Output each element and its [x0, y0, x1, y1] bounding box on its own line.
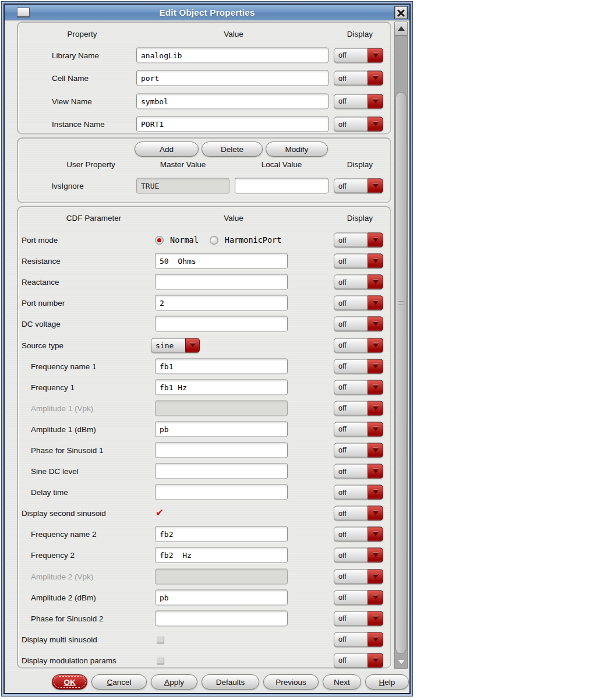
cdf-row-port-number: Port number off [18, 292, 390, 313]
display-dropdown[interactable]: off [334, 338, 383, 352]
cancel-button[interactable]: Cancel [91, 674, 147, 690]
display-dropdown[interactable]: off [334, 71, 383, 86]
display-dropdown[interactable]: off [334, 48, 383, 62]
display-dropdown[interactable]: off [334, 464, 383, 479]
dropdown-arrow-button[interactable] [368, 401, 383, 415]
display-dropdown[interactable]: off [334, 380, 383, 394]
display-dropdown[interactable]: off [334, 548, 383, 563]
modify-button[interactable]: Modify [266, 142, 328, 157]
dropdown-arrow-button[interactable] [368, 338, 383, 352]
phase-sinusoid-1-input[interactable] [155, 442, 288, 458]
source-type-dropdown[interactable]: sine [151, 338, 200, 352]
instance-name-input[interactable] [136, 116, 328, 132]
dropdown-arrow-button[interactable] [368, 653, 383, 667]
dropdown-arrow-button[interactable] [368, 94, 383, 108]
display-dropdown[interactable]: off [334, 179, 383, 193]
dropdown-arrow-button[interactable] [368, 296, 383, 310]
master-value-input[interactable] [136, 178, 229, 194]
frequency-name-2-input[interactable] [155, 526, 288, 542]
dropdown-arrow-button[interactable] [368, 464, 383, 479]
chevron-down-icon [373, 238, 379, 242]
display-dropdown[interactable]: off [334, 401, 383, 415]
scroll-up-icon [398, 26, 405, 31]
dropdown-arrow-button[interactable] [368, 233, 383, 248]
sine-dc-level-input[interactable] [155, 464, 288, 479]
amplitude-2-dbm-input[interactable] [155, 589, 288, 605]
display-dropdown[interactable]: off [334, 590, 383, 604]
radio-harmonicport[interactable] [210, 236, 218, 245]
dropdown-arrow-button[interactable] [368, 71, 383, 86]
dropdown-arrow-button[interactable] [368, 254, 383, 268]
local-value-input[interactable] [235, 178, 328, 194]
display-dropdown[interactable]: off [334, 632, 383, 646]
dropdown-arrow-button[interactable] [368, 485, 383, 500]
display-dropdown[interactable]: off [334, 485, 383, 500]
window-menu-button[interactable] [17, 8, 30, 17]
previous-button[interactable]: Previous [263, 674, 319, 690]
next-button[interactable]: Next [323, 674, 361, 690]
close-button[interactable] [394, 6, 408, 19]
dropdown-arrow-button[interactable] [368, 590, 383, 604]
dropdown-arrow-button[interactable] [368, 548, 383, 563]
display-dropdown[interactable]: off [334, 117, 383, 132]
chevron-down-icon [373, 553, 379, 557]
dropdown-arrow-button[interactable] [368, 48, 383, 62]
scroll-down-button[interactable] [395, 655, 407, 669]
display-dropdown[interactable]: off [334, 275, 383, 289]
dropdown-arrow-button[interactable] [368, 506, 383, 521]
display-dropdown[interactable]: off [334, 317, 383, 331]
reactance-input[interactable] [155, 274, 288, 290]
radio-normal[interactable] [155, 236, 164, 245]
dropdown-arrow-button[interactable] [368, 380, 383, 394]
apply-button[interactable]: Apply [151, 674, 197, 690]
display-dropdown[interactable]: off [334, 443, 383, 457]
frequency-1-input[interactable] [155, 379, 288, 395]
dropdown-arrow-button[interactable] [368, 443, 383, 457]
display-dropdown[interactable]: off [334, 506, 383, 521]
port-number-input[interactable] [155, 295, 288, 311]
phase-sinusoid-2-input[interactable] [155, 610, 288, 626]
vertical-scrollbar[interactable] [394, 22, 408, 669]
amplitude-1-dbm-input[interactable] [155, 421, 288, 437]
scrollbar-thumb[interactable] [395, 92, 407, 654]
library-name-input[interactable] [136, 47, 328, 63]
dropdown-arrow-button[interactable] [185, 338, 200, 352]
display-dropdown[interactable]: off [334, 359, 383, 373]
dropdown-arrow-button[interactable] [368, 179, 383, 193]
defaults-button[interactable]: Defaults [202, 674, 259, 690]
dropdown-arrow-button[interactable] [368, 569, 383, 584]
checkbox-checked-icon[interactable]: ✔ [156, 507, 164, 518]
scroll-up-button[interactable] [395, 22, 407, 36]
resistance-input[interactable] [155, 253, 288, 269]
dropdown-arrow-button[interactable] [368, 527, 383, 542]
frequency-2-input[interactable] [155, 547, 288, 563]
view-name-input[interactable] [136, 93, 328, 109]
display-dropdown[interactable]: off [334, 233, 383, 248]
display-dropdown[interactable]: off [334, 611, 383, 625]
display-dropdown[interactable]: off [334, 569, 383, 584]
dropdown-arrow-button[interactable] [368, 117, 383, 132]
dropdown-arrow-button[interactable] [368, 275, 383, 289]
display-dropdown[interactable]: off [334, 296, 383, 310]
frequency-name-1-input[interactable] [155, 358, 288, 374]
add-button[interactable]: Add [135, 142, 199, 157]
display-dropdown[interactable]: off [334, 94, 383, 108]
cell-name-input[interactable] [136, 70, 328, 86]
titlebar[interactable]: Edit Object Properties [5, 5, 409, 20]
display-dropdown[interactable]: off [334, 422, 383, 436]
dropdown-arrow-button[interactable] [368, 422, 383, 436]
display-dropdown[interactable]: off [334, 254, 383, 268]
display-dropdown[interactable]: off [334, 653, 383, 667]
dropdown-arrow-button[interactable] [368, 632, 383, 646]
dropdown-arrow-button[interactable] [368, 317, 383, 331]
display-dropdown[interactable]: off [334, 527, 383, 542]
ok-button[interactable]: OK [52, 674, 87, 690]
checkbox-unchecked[interactable] [157, 635, 164, 643]
dropdown-arrow-button[interactable] [368, 611, 383, 625]
dc-voltage-input[interactable] [155, 316, 288, 332]
help-button[interactable]: Help [365, 674, 409, 690]
delete-button[interactable]: Delete [202, 142, 263, 157]
dropdown-arrow-button[interactable] [368, 359, 383, 373]
checkbox-unchecked[interactable] [157, 656, 164, 664]
delay-time-input[interactable] [155, 485, 288, 500]
